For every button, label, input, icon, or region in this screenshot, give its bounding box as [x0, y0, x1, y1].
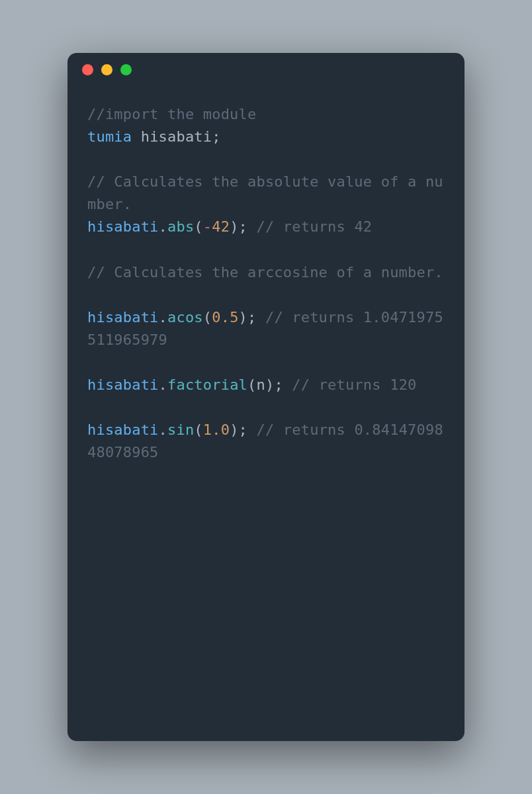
- dot: .: [159, 376, 167, 393]
- dot: .: [159, 309, 167, 326]
- rparen: ): [230, 421, 238, 438]
- num-05: 0.5: [212, 309, 238, 326]
- fn-acos: acos: [167, 309, 203, 326]
- ident-hisabati: hisabati: [87, 376, 159, 393]
- rparen: ): [239, 309, 247, 326]
- space: [247, 421, 256, 438]
- code-area[interactable]: //import the module tumia hisabati; // C…: [67, 86, 465, 741]
- comment-abs: // Calculates the absolute value of a nu…: [87, 173, 443, 212]
- minus: -: [203, 218, 212, 235]
- ident-hisabati: hisabati: [87, 218, 159, 235]
- semicolon: ;: [274, 376, 283, 393]
- semicolon: ;: [239, 421, 247, 438]
- ident-hisabati: hisabati: [87, 309, 159, 326]
- fn-abs: abs: [167, 218, 194, 235]
- space: [283, 376, 292, 393]
- ident-hisabati: hisabati: [141, 128, 212, 145]
- rparen: ): [265, 376, 274, 393]
- space: [257, 309, 265, 326]
- num-42: 42: [212, 218, 230, 235]
- semicolon: ;: [247, 309, 256, 326]
- lparen: (: [203, 309, 212, 326]
- comment-acos: // Calculates the arccosine of a number.: [87, 264, 443, 281]
- semicolon: ;: [212, 128, 220, 145]
- rparen: ): [230, 218, 238, 235]
- fn-factorial: factorial: [167, 376, 247, 393]
- comment-ret-factorial: // returns 120: [292, 376, 416, 393]
- code-window: //import the module tumia hisabati; // C…: [67, 53, 465, 741]
- space: [132, 128, 140, 145]
- space: [247, 218, 256, 235]
- lparen: (: [194, 218, 202, 235]
- ident-hisabati: hisabati: [87, 421, 159, 438]
- comment-import: //import the module: [87, 106, 256, 122]
- zoom-icon[interactable]: [120, 64, 132, 75]
- semicolon: ;: [239, 218, 247, 235]
- dot: .: [159, 218, 167, 235]
- lparen: (: [247, 376, 256, 393]
- lparen: (: [194, 421, 202, 438]
- minimize-icon[interactable]: [101, 64, 112, 75]
- comment-ret-abs: // returns 42: [257, 218, 373, 235]
- close-icon[interactable]: [82, 64, 93, 75]
- titlebar: [67, 53, 465, 86]
- dot: .: [159, 421, 167, 438]
- keyword-tumia: tumia: [87, 128, 132, 145]
- arg-n: n: [256, 376, 265, 393]
- num-1: 1.0: [203, 421, 230, 438]
- fn-sin: sin: [167, 421, 194, 438]
